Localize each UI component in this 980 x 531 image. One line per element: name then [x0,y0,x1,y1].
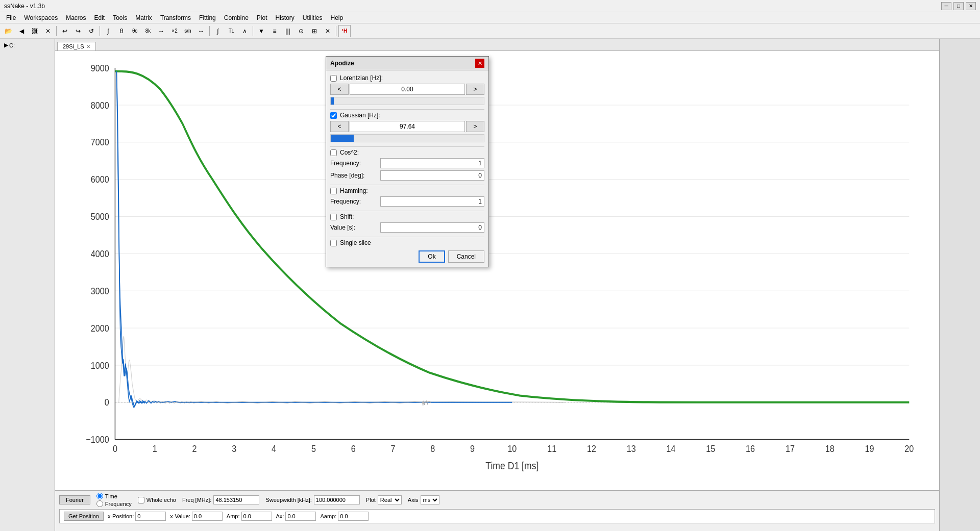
toolbar-1h[interactable]: ¹H [338,25,351,37]
minimize-button[interactable]: ─ [941,2,951,10]
toolbar-resize[interactable]: ↔ [155,25,167,37]
lorentzian-checkbox[interactable] [330,75,337,82]
axis-select[interactable]: ms s Hz [421,495,439,504]
freq-input[interactable] [213,495,259,504]
menu-history[interactable]: History [272,13,299,22]
close-button[interactable]: ✕ [966,2,976,10]
single-slice-checkbox[interactable] [330,240,337,246]
cos2-phase-input[interactable] [380,170,484,181]
tab-close-icon[interactable]: ✕ [86,44,90,49]
svg-text:0: 0 [105,397,109,408]
main-chart-svg: 9000 8000 7000 6000 5000 4000 3000 2000 … [55,51,939,490]
shift-checkbox[interactable] [330,214,337,220]
toolbar-triangle[interactable]: ▼ [255,25,267,37]
menu-transforms[interactable]: Transforms [156,13,195,22]
lorentzian-slider-fill [331,97,334,105]
gaussian-inc-button[interactable]: > [466,121,484,132]
whole-echo-label: Whole echo [138,497,176,503]
menu-combine[interactable]: Combine [220,13,253,22]
svg-text:3: 3 [232,444,236,454]
cos2-label: Cos^2: [340,149,359,156]
lorentzian-slider[interactable] [330,97,484,105]
cos2-freq-input[interactable] [380,158,484,168]
frequency-radio[interactable] [96,500,103,507]
svg-text:−1000: −1000 [86,434,109,445]
menu-macros[interactable]: Macros [62,13,90,22]
menu-fitting[interactable]: Fitting [195,13,220,22]
toolbar-lines[interactable]: ≡ [268,25,281,37]
hamming-freq-input[interactable] [380,196,484,207]
toolbar-sn[interactable]: s/n [182,25,194,37]
sidebar-item-c[interactable]: ▶ C: [2,41,53,49]
amp-input[interactable] [241,512,272,521]
window-title: ssNake - v1.3b [4,3,45,10]
plot-select[interactable]: Real Imag Both [378,495,402,504]
sweep-input[interactable] [314,495,360,504]
menu-plot[interactable]: Plot [253,13,272,22]
menu-workspaces[interactable]: Workspaces [20,13,62,22]
svg-text:5000: 5000 [91,211,109,222]
cos2-checkbox[interactable] [330,149,337,156]
gaussian-input[interactable] [350,121,465,132]
menu-utilities[interactable]: Utilities [299,13,327,22]
svg-text:14: 14 [667,444,676,454]
whole-echo-checkbox[interactable] [138,497,144,503]
menu-matrix[interactable]: Matrix [131,13,156,22]
lorentzian-input[interactable] [350,84,465,95]
toolbar-circle[interactable]: ⊙ [295,25,307,37]
toolbar-undo[interactable]: ↩ [59,25,71,37]
gaussian-dec-button[interactable]: < [330,121,349,132]
shift-value-input[interactable] [380,222,484,233]
toolbar-x2[interactable]: ×2 [168,25,181,37]
apodize-cancel-button[interactable]: Cancel [448,250,484,263]
toolbar-x-clear[interactable]: ✕ [322,25,334,37]
x-position-input[interactable] [135,512,166,521]
maximize-button[interactable]: □ [953,2,964,10]
freq-field-group: Freq [MHz]: [182,495,259,504]
divider5 [330,237,484,237]
toolbar-back[interactable]: ◀ [15,25,28,37]
x-position-field: x-Position: [108,512,166,521]
svg-text:4000: 4000 [91,248,109,259]
shift-header: Shift: [330,213,484,220]
toolbar-integral[interactable]: ∫ [102,25,114,37]
svg-text:7: 7 [390,444,395,454]
hamming-header: Hamming: [330,187,484,194]
menu-edit[interactable]: Edit [90,13,109,22]
toolbar-grid[interactable]: ⊞ [308,25,321,37]
toolbar-phase0[interactable]: θ0 [129,25,141,37]
time-radio[interactable] [96,493,103,499]
delta-x-input[interactable] [285,512,316,521]
get-position-button[interactable]: Get Position [64,512,104,521]
apodize-ok-button[interactable]: Ok [419,250,445,263]
toolbar-8k[interactable]: 8k [142,25,154,37]
menu-help[interactable]: Help [327,13,348,22]
apodize-close-button[interactable]: ✕ [475,59,484,68]
lorentzian-dec-button[interactable]: < [330,84,349,95]
toolbar-refresh[interactable]: ↺ [85,25,97,37]
toolbar-close[interactable]: ✕ [42,25,54,37]
tab-29si[interactable]: 29Si_LS ✕ [57,42,96,50]
toolbar-t1[interactable]: T1 [225,25,237,37]
gaussian-checkbox[interactable] [330,112,337,119]
toolbar-integral2[interactable]: ∫ [212,25,224,37]
toolbar-lambda[interactable]: ∧ [238,25,251,37]
fourier-button[interactable]: Fourier [59,495,90,504]
delta-amp-input[interactable] [338,512,369,521]
hamming-checkbox[interactable] [330,188,337,194]
toolbar-bars[interactable]: ||| [282,25,294,37]
toolbar-phase[interactable]: θ [115,25,128,37]
gaussian-slider[interactable] [330,134,484,142]
lorentzian-section: Lorentzian [Hz]: < > [330,74,484,105]
toolbar-open[interactable]: 📂 [2,25,14,37]
toolbar-redo[interactable]: ↪ [72,25,84,37]
toolbar-image[interactable]: 🖼 [29,25,41,37]
single-slice-header: Single slice [330,239,484,246]
lorentzian-inc-button[interactable]: > [466,84,484,95]
cos2-phase-label: Phase [deg]: [330,172,376,179]
menu-tools[interactable]: Tools [109,13,131,22]
x-value-input[interactable] [192,512,223,521]
menu-file[interactable]: File [2,13,20,22]
toolbar-resize2[interactable]: ↔ [195,25,207,37]
chart-container: 9000 8000 7000 6000 5000 4000 3000 2000 … [55,51,939,490]
